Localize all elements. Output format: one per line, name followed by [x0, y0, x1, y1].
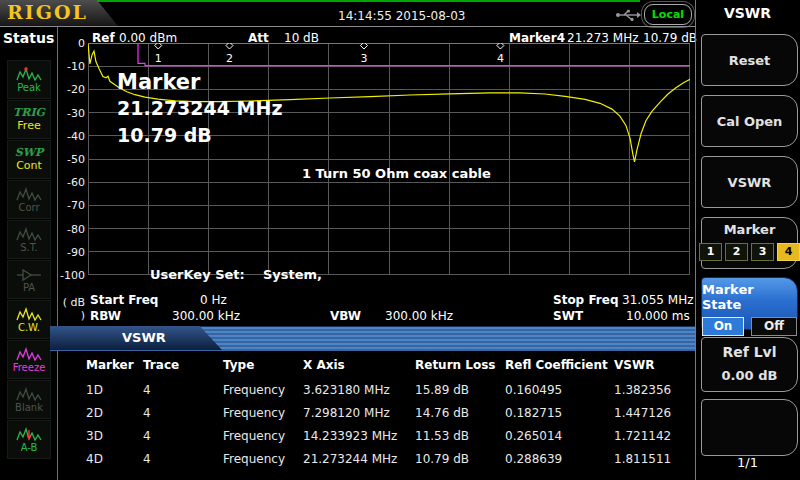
y-axis-label--80: -80 [56, 223, 85, 236]
sidebar-status-freeze: Freeze [7, 340, 51, 379]
marker-number-box-3[interactable]: 3 [751, 243, 774, 261]
top-bar: RIGOL 14:14:55 2015-08-03 Local [0, 0, 800, 26]
ab-waveform-icon [16, 427, 42, 442]
marker-select-label: Marker [724, 222, 776, 237]
table-row-1-cell-6: 0.160495 [505, 383, 562, 397]
rigol-logo: RIGOL [7, 1, 88, 23]
start-freq-label: Start Freq [90, 293, 158, 307]
sidebar-status-peak: Peak [7, 60, 51, 99]
marker-number-box-1[interactable]: 1 [699, 243, 722, 261]
y-axis-label--40: -40 [56, 130, 85, 143]
y-axis-unit: ( dB ) [56, 296, 85, 322]
marker-number-box-2[interactable]: 2 [725, 243, 748, 261]
table-header-refl-coefficient: Refl Coefficient [505, 358, 608, 372]
table-row-4-cell-4: 21.273244 MHz [303, 452, 397, 466]
y-axis-label-0: 0 [56, 37, 85, 50]
table-header-marker: Marker [86, 358, 134, 372]
screen-top-green-line [97, 0, 640, 2]
marker-3-diamond-icon [360, 43, 367, 49]
status-corr-label: Corr [18, 202, 39, 213]
y-axis-label--30: -30 [56, 107, 85, 120]
y-axis-label--100: -100 [56, 269, 85, 282]
table-row-4-cell-6: 0.288639 [505, 452, 562, 466]
marker-4-number: 4 [497, 52, 504, 65]
table-row-3-cell-3: Frequency [223, 429, 285, 443]
marker-2-diamond-icon [226, 43, 233, 49]
marker-state-on-toggle[interactable]: On [702, 317, 744, 336]
marker-number-box-4[interactable]: 4 [777, 243, 800, 261]
st-waveform-icon [16, 227, 42, 242]
table-header-x-axis: X Axis [303, 358, 345, 372]
table-header-trace: Trace [143, 358, 179, 372]
table-row-2-cell-6: 0.182715 [505, 406, 562, 420]
pa-waveform-icon [16, 267, 42, 282]
table-row-3-cell-4: 14.233923 MHz [303, 429, 397, 443]
panel-divider [695, 0, 696, 480]
marker-overlay-title: Marker [117, 70, 200, 94]
status-peak-label: Peak [17, 82, 41, 93]
vswr-tab-label: VSWR [122, 330, 166, 345]
start-freq-value: 0 Hz [200, 293, 227, 307]
marker-state-off-toggle[interactable]: Off [751, 317, 797, 336]
table-row-2-cell-5: 14.76 dB [415, 406, 469, 420]
y-axis-label--50: -50 [56, 153, 85, 166]
page-indicator: 1/1 [695, 455, 800, 470]
trace-annotation: 1 Turn 50 Ohm coax cable [302, 167, 491, 181]
rbw-value: 300.00 kHz [172, 309, 240, 323]
sidebar-status-blank: Blank [7, 380, 51, 419]
status-ab-label: A-B [21, 442, 38, 453]
table-row-4-cell-1: 4D [86, 452, 103, 466]
blank-waveform-icon [16, 387, 42, 402]
marker-state-button[interactable]: Marker State On Off [701, 277, 798, 330]
table-header-return-loss: Return Loss [415, 358, 495, 372]
marker-overlay-freq: 21.273244 MHz [117, 97, 282, 119]
status-trig-free-line1: TRIG [13, 107, 45, 119]
status-title: Status [3, 30, 54, 46]
corr-waveform-icon [16, 187, 42, 202]
table-row-4-cell-2: 4 [143, 452, 151, 466]
table-row-1-cell-4: 3.623180 MHz [303, 383, 390, 397]
table-row-3-cell-6: 0.265014 [505, 429, 562, 443]
reset-button-label: Reset [729, 35, 771, 85]
cal-open-button-label: Cal Open [717, 96, 783, 146]
table-row-4-cell-5: 10.79 dB [415, 452, 469, 466]
vswr-button-label: VSWR [728, 157, 772, 207]
vswr-button[interactable]: VSWR [701, 156, 798, 208]
stop-freq-value: 31.055 MHz [622, 293, 693, 307]
table-row-2-cell-3: Frequency [223, 406, 285, 420]
y-axis-label--60: -60 [56, 176, 85, 189]
stop-freq-label: Stop Freq [553, 293, 618, 307]
table-row-1-cell-3: Frequency [223, 383, 285, 397]
table-row-2-cell-2: 4 [143, 406, 151, 420]
y-axis-label--20: -20 [56, 83, 85, 96]
swt-value: 10.000 ms [626, 309, 690, 323]
status-swp-cont-line1: SWP [15, 147, 44, 159]
ref-lvl-value: 0.00 dB [722, 368, 778, 383]
sidebar-status-corr: Corr [7, 180, 51, 219]
table-header-type: Type [223, 358, 254, 372]
status-swp-cont-line2: Cont [16, 159, 42, 172]
sidebar-status-swp-cont: SWPCont [7, 140, 51, 179]
blank-softkey[interactable] [701, 399, 798, 456]
marker-select-button[interactable]: Marker 1234 [701, 217, 798, 269]
table-row-2-cell-4: 7.298120 MHz [303, 406, 390, 420]
reset-button[interactable]: Reset [701, 34, 798, 86]
rbw-label: RBW [90, 309, 121, 323]
table-row-3-cell-2: 4 [143, 429, 151, 443]
cw-waveform-icon [16, 307, 42, 322]
table-row-4-cell-7: 1.811511 [614, 452, 671, 466]
marker-1-number: 1 [155, 52, 162, 65]
marker-state-label: Marker State [702, 282, 797, 312]
vbw-value: 300.00 kHz [385, 309, 453, 323]
cal-open-button[interactable]: Cal Open [701, 95, 798, 147]
marker-2-number: 2 [226, 52, 233, 65]
freeze-waveform-icon [16, 347, 42, 362]
sidebar-status-trig-free: TRIGFree [7, 100, 51, 139]
ref-lvl-label: Ref Lvl [722, 344, 776, 360]
vbw-label: VBW [330, 309, 361, 323]
sidebar-status-ab: A-B [7, 420, 51, 459]
table-row-1-cell-7: 1.382356 [614, 383, 671, 397]
ref-lvl-button[interactable]: Ref Lvl 0.00 dB [701, 337, 798, 392]
marker-4-diamond-icon [497, 43, 504, 49]
status-freeze-label: Freeze [13, 362, 46, 373]
